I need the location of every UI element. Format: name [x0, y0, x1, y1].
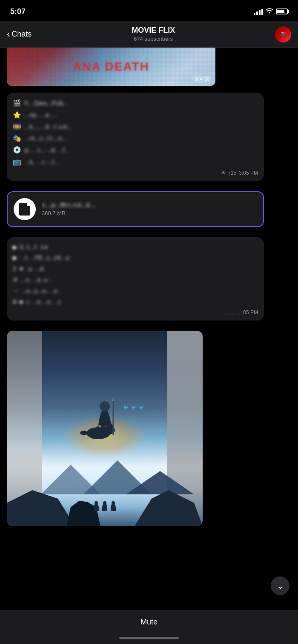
svg-marker-4 — [135, 490, 203, 526]
message-time: 3:05 PM — [239, 170, 258, 176]
status-icons — [254, 8, 288, 15]
file-size: 360.7 MB — [42, 210, 257, 216]
small-figures — [94, 503, 116, 511]
bird-1: 🐦 — [123, 405, 129, 410]
info-message: ▶ it. 1...f. .t.e ▶ ...t... .FE...L..24.… — [7, 237, 264, 321]
file-info: n....p.../th.t..n.k...d.... 360.7 MB — [42, 201, 257, 216]
bird-3: 🐦 — [139, 405, 144, 410]
movie-poster: 🐦 🐦 🐦 — [7, 331, 203, 526]
message-content: 🎬 F... Dem...FUb... ⭐ ...ny... ..a .... … — [13, 98, 258, 167]
avatar-text: 🎬 — [281, 32, 286, 37]
back-button[interactable]: ‹ Chats — [7, 29, 32, 40]
top-banner-image: ANA DEATH MA. 28 — [7, 48, 215, 86]
file-name: n....p.../th.t..n.k...d.... — [42, 201, 257, 208]
birds: 🐦 🐦 🐦 — [123, 405, 144, 410]
blurred-text-6: ...k.. ...r. ...l.... — [25, 157, 258, 167]
scroll-down-button[interactable]: ⌄ — [271, 576, 289, 595]
view-count: 👁 715 — [221, 170, 236, 176]
file-doc-icon — [19, 203, 30, 216]
text-message: 🎬 F... Dem...FUb... ⭐ ...ny... ..a .... … — [7, 93, 264, 181]
info-meta: ... .... ... 05 PM — [13, 309, 258, 315]
small-figure-1 — [94, 503, 99, 511]
bottom-bar: Mute — [0, 610, 298, 644]
blurred-text-1: F... Dem...FUb... — [25, 99, 258, 108]
poster-mountains — [7, 452, 203, 527]
mute-button[interactable]: Mute — [0, 611, 298, 633]
blurred-text-3: ...k..... ..b. .t..u.k... — [25, 122, 258, 131]
channel-info[interactable]: MOVIE FLIX 674 subscribers — [38, 26, 268, 43]
blurred-text-2: ...ny... ..a .... — [25, 110, 258, 119]
text-message-wrapper: 🎬 F... Dem...FUb... ⭐ ...ny... ..a .... … — [0, 89, 298, 184]
mute-label: Mute — [140, 618, 158, 626]
banner-text: ANA DEATH — [73, 60, 149, 74]
emoji-clapper: 🎬 — [13, 98, 21, 109]
emoji-disc: 💿 — [13, 145, 21, 156]
blurred-text-4: ...m...c...l.l....n.... — [25, 133, 258, 143]
file-message[interactable]: n....p.../th.t..n.k...d.... 360.7 MB — [7, 191, 264, 227]
emoji-star: ⭐ — [13, 110, 21, 121]
channel-name: MOVIE FLIX — [38, 26, 268, 35]
small-figure-3 — [111, 503, 116, 511]
battery-icon — [276, 9, 288, 14]
emoji-film: 🎞️ — [13, 121, 21, 132]
small-figure-2 — [102, 503, 107, 511]
info-time: 05 PM — [243, 309, 258, 315]
blurred-text-5: p... ..t.... ..d.. ..f.. — [25, 145, 258, 155]
message-meta: 👁 715 3:05 PM — [13, 170, 258, 176]
info-line-2: ▶ ...t... .FE...L..24...u. — [13, 253, 258, 263]
info-line-3: 3★ .u. ...d. — [13, 264, 258, 274]
eye-icon: 👁 — [221, 170, 226, 176]
channel-avatar[interactable]: 🎬 — [275, 26, 291, 43]
warrior-figure — [75, 393, 135, 452]
signal-icon — [254, 8, 263, 15]
svg-marker-3 — [7, 490, 75, 526]
bird-2: 🐦 — [131, 405, 136, 410]
nav-bar: ‹ Chats MOVIE FLIX 674 subscribers 🎬 — [0, 21, 298, 48]
subscriber-count: 674 subscribers — [134, 36, 173, 42]
status-time: 5:07 — [10, 7, 26, 16]
info-line-1: ▶ it. 1...f. .t.e — [13, 242, 258, 252]
poster-inner: 🐦 🐦 🐦 — [7, 331, 203, 526]
home-indicator — [0, 633, 298, 644]
info-line-4: ❖ ...n. ...e .u. . — [13, 275, 258, 285]
home-bar — [119, 637, 179, 639]
emoji-tv: 📺 — [13, 156, 21, 167]
date-badge: MA. 28 — [193, 76, 212, 82]
svg-marker-14 — [112, 396, 115, 401]
chevron-left-icon: ‹ — [7, 29, 10, 40]
info-line-6: B■ .r. ...n. ..n. ...t. — [13, 297, 258, 307]
info-views-blurred: ... .... ... — [224, 309, 241, 315]
file-icon-circle — [14, 198, 36, 220]
emoji-masks: 🎭 — [13, 133, 21, 144]
back-label: Chats — [11, 30, 32, 39]
chevron-down-icon: ⌄ — [277, 581, 284, 591]
status-bar: 5:07 — [0, 0, 298, 21]
info-line-5: → ...u...z...u. ...u. . — [13, 286, 258, 296]
info-message-wrapper: ▶ it. 1...f. .t.e ▶ ...t... .FE...L..24.… — [0, 234, 298, 324]
wifi-icon — [266, 8, 273, 15]
svg-point-12 — [100, 401, 110, 411]
chat-area: ANA DEATH MA. 28 🎬 F... Dem...FUb... ⭐ .… — [0, 48, 298, 624]
